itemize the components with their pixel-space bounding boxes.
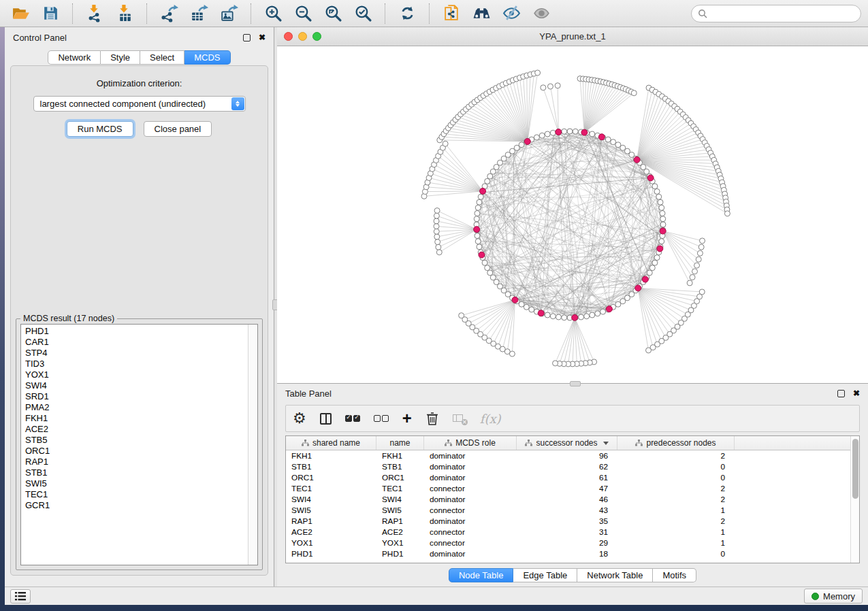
graph-node[interactable] xyxy=(434,208,440,214)
graph-node[interactable] xyxy=(697,250,703,256)
table-row[interactable]: STB1STB1dominator620 xyxy=(286,461,850,472)
cell-predecessor-nodes[interactable]: 0 xyxy=(617,462,735,472)
graph-node-selected[interactable] xyxy=(634,156,640,163)
cell-shared-name[interactable]: SWI5 xyxy=(286,506,376,515)
cell-MCDS-role[interactable]: dominator xyxy=(424,549,517,559)
graph-node[interactable] xyxy=(659,239,664,244)
graph-node[interactable] xyxy=(535,70,541,76)
horizontal-splitter-handle[interactable] xyxy=(570,381,581,386)
result-list-item[interactable]: FKH1 xyxy=(21,413,248,424)
split-view-button[interactable] xyxy=(320,408,332,429)
cell-name[interactable]: YOX1 xyxy=(376,538,424,548)
cell-successor-nodes[interactable]: 18 xyxy=(517,549,617,559)
graph-node[interactable] xyxy=(595,311,600,316)
cell-shared-name[interactable]: ORC1 xyxy=(286,473,376,482)
cell-MCDS-role[interactable]: dominator xyxy=(424,516,517,526)
graph-node[interactable] xyxy=(434,213,439,218)
graph-node[interactable] xyxy=(573,129,578,134)
graph-node-selected[interactable] xyxy=(474,227,480,233)
run-mcds-button[interactable]: Run MCDS xyxy=(67,121,133,137)
graph-node[interactable] xyxy=(631,90,637,96)
cell-name[interactable]: ORC1 xyxy=(376,473,424,482)
zoom-selected-button[interactable] xyxy=(349,2,376,25)
graph-node[interactable] xyxy=(434,224,439,229)
graph-node[interactable] xyxy=(478,194,483,199)
graph-node[interactable] xyxy=(477,199,482,205)
cell-predecessor-nodes[interactable]: 0 xyxy=(617,549,735,559)
tab-network[interactable]: Network xyxy=(48,50,101,65)
cell-shared-name[interactable]: YOX1 xyxy=(286,538,376,548)
graph-node[interactable] xyxy=(687,280,692,286)
graph-node[interactable] xyxy=(475,239,481,244)
graph-node[interactable] xyxy=(590,312,595,318)
task-history-button[interactable] xyxy=(10,589,31,604)
cell-name[interactable]: ACE2 xyxy=(376,527,424,537)
hide-selected-button[interactable] xyxy=(498,2,525,25)
graph-node[interactable] xyxy=(434,234,440,240)
deselect-all-button[interactable] xyxy=(374,408,389,429)
column-header-shared-name[interactable]: shared name xyxy=(286,436,376,450)
cell-successor-nodes[interactable]: 43 xyxy=(517,506,617,515)
cell-successor-nodes[interactable]: 96 xyxy=(517,451,617,461)
export-image-button[interactable] xyxy=(215,2,242,25)
network-graph[interactable] xyxy=(277,46,868,383)
graph-node[interactable] xyxy=(724,211,730,216)
graph-node[interactable] xyxy=(477,244,482,250)
graph-node[interactable] xyxy=(690,274,695,280)
table-row[interactable]: ORC1ORC1dominator610 xyxy=(286,472,850,483)
graph-node[interactable] xyxy=(553,361,558,366)
column-header-name[interactable]: name xyxy=(376,436,424,450)
graph-node[interactable] xyxy=(600,309,606,314)
graph-node-selected[interactable] xyxy=(538,310,544,316)
table-row[interactable]: FKH1FKH1dominator962 xyxy=(286,450,850,461)
open-file-button[interactable] xyxy=(7,2,34,25)
graph-node[interactable] xyxy=(562,315,567,320)
graph-node[interactable] xyxy=(475,233,480,239)
graph-node[interactable] xyxy=(654,255,660,261)
graph-node[interactable] xyxy=(459,313,464,318)
cell-MCDS-role[interactable]: connector xyxy=(424,527,517,537)
graph-node[interactable] xyxy=(605,137,611,142)
tab-edge-table[interactable]: Edge Table xyxy=(513,568,577,582)
graph-node[interactable] xyxy=(646,348,652,353)
tab-motifs[interactable]: Motifs xyxy=(653,568,696,582)
cell-predecessor-nodes[interactable]: 2 xyxy=(617,484,735,493)
result-list-item[interactable]: STB5 xyxy=(21,435,248,446)
cell-shared-name[interactable]: FKH1 xyxy=(286,451,376,461)
optimization-criterion-select[interactable]: largest connected component (undirected) xyxy=(33,96,246,112)
refresh-layout-button[interactable] xyxy=(393,2,421,25)
cell-successor-nodes[interactable]: 31 xyxy=(517,527,617,537)
cell-successor-nodes[interactable]: 61 xyxy=(517,473,617,482)
graph-node[interactable] xyxy=(660,210,665,216)
result-list-scrollbar[interactable] xyxy=(248,325,257,565)
graph-node[interactable] xyxy=(485,178,490,184)
delete-column-button[interactable] xyxy=(425,408,439,429)
graph-node[interactable] xyxy=(615,301,621,307)
graph-node[interactable] xyxy=(562,129,567,134)
table-settings-button[interactable]: ⚙ xyxy=(293,408,306,429)
result-list-item[interactable]: RAP1 xyxy=(21,457,248,467)
cell-successor-nodes[interactable]: 62 xyxy=(517,462,617,472)
result-list-item[interactable]: YOX1 xyxy=(21,369,248,380)
cell-shared-name[interactable]: RAP1 xyxy=(286,516,376,526)
graph-node[interactable] xyxy=(649,265,655,271)
cell-predecessor-nodes[interactable]: 2 xyxy=(617,516,735,526)
result-list-item[interactable]: STP4 xyxy=(21,348,248,359)
tab-node-table[interactable]: Node Table xyxy=(449,568,514,582)
cell-shared-name[interactable]: PHD1 xyxy=(286,549,376,559)
graph-node[interactable] xyxy=(434,218,439,224)
graph-node-selected[interactable] xyxy=(572,314,578,320)
graph-node[interactable] xyxy=(579,314,584,320)
graph-node[interactable] xyxy=(475,205,481,210)
cell-shared-name[interactable]: ACE2 xyxy=(286,527,376,537)
cell-successor-nodes[interactable]: 29 xyxy=(517,538,617,548)
graph-node[interactable] xyxy=(584,314,590,319)
add-column-button[interactable]: + xyxy=(402,408,412,429)
graph-node[interactable] xyxy=(700,238,705,244)
tab-style[interactable]: Style xyxy=(101,50,140,65)
graph-node[interactable] xyxy=(696,257,701,262)
graph-node[interactable] xyxy=(556,314,561,320)
cell-predecessor-nodes[interactable]: 2 xyxy=(617,451,735,461)
graph-node[interactable] xyxy=(534,135,539,140)
tab-mcds[interactable]: MCDS xyxy=(184,50,230,65)
